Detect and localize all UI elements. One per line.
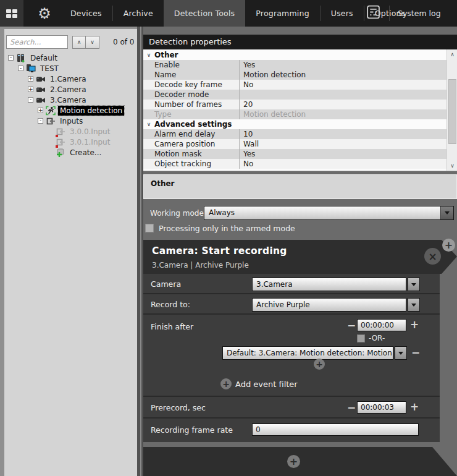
property-name: Type (143, 109, 239, 119)
property-value[interactable]: Yes (239, 149, 447, 159)
add-action-button[interactable]: + (287, 455, 300, 468)
property-value[interactable]: No (239, 80, 447, 90)
scrollbar-thumb[interactable] (448, 79, 456, 144)
chevron-down-icon[interactable]: ∨ (143, 119, 154, 129)
add-action-block-button[interactable]: + (442, 239, 455, 252)
property-row-decode-key-frame[interactable]: Decode key frameNo (143, 80, 447, 90)
property-name: Motion mask (143, 149, 239, 159)
property-row-decoder-mode[interactable]: Decoder mode (143, 90, 447, 100)
tree-item-inputs[interactable]: -Inputs (6, 116, 135, 126)
property-row-object-tracking[interactable]: Object trackingNo (143, 159, 447, 169)
property-value[interactable]: Motion detection (239, 70, 447, 80)
frame-rate-input[interactable]: 0 (252, 423, 419, 436)
property-value[interactable]: Wall (239, 139, 447, 149)
property-value[interactable]: 20 (239, 100, 447, 109)
tree-item-3-camera[interactable]: -3.Camera (6, 95, 135, 105)
property-row-camera-position[interactable]: Camera positionWall (143, 139, 447, 149)
property-group-advanced-settings[interactable]: ∨Advanced settings (143, 119, 447, 129)
finish-after-time-field[interactable]: 00:00:00 (357, 319, 406, 331)
search-next-button[interactable]: ∨ (86, 36, 99, 49)
record-to-row: Record to: Archive Purple (143, 294, 440, 315)
close-icon[interactable]: × (424, 248, 441, 265)
property-row-enable[interactable]: EnableYes (143, 60, 447, 70)
property-row-number-of-frames[interactable]: Number of frames20 (143, 100, 447, 109)
tree-item-3-0-1-input[interactable]: 3.0.1.Input (6, 137, 135, 147)
tree-item-3-0-0-input[interactable]: 3.0.0.Input (6, 126, 135, 137)
event-filter-value[interactable]: Default: 3.Camera: Motion detection: Mot… (222, 346, 393, 360)
action-subtitle: 3.Camera | Archive Purple (152, 261, 249, 270)
tree-item-test[interactable]: -TEST (6, 63, 135, 74)
chevron-down-icon[interactable]: ∨ (143, 50, 154, 60)
tree-search-row: ∧ ∨ 0 of 0 (6, 35, 136, 49)
finish-after-increase-button[interactable]: + (410, 319, 419, 330)
grid-scrollbar[interactable]: ∧ ∨ (447, 49, 457, 171)
collapse-icon[interactable]: - (8, 55, 14, 61)
expand-icon[interactable]: + (28, 76, 33, 82)
window-grid-icon (6, 9, 17, 18)
collapse-icon[interactable]: - (18, 66, 23, 71)
tree-item-label: 2.Camera (48, 85, 88, 95)
scroll-down-icon[interactable]: ∨ (447, 161, 457, 171)
or-checkbox[interactable] (357, 334, 365, 342)
property-row-motion-mask[interactable]: Motion maskYes (143, 149, 447, 159)
panel-splitter[interactable] (137, 27, 143, 476)
collapse-icon[interactable]: - (28, 97, 33, 103)
prerecord-time-field[interactable]: 00:00:03 (357, 401, 406, 414)
input-icon (46, 116, 56, 126)
camera-icon (36, 74, 46, 84)
working-mode-dropdown-button[interactable] (440, 206, 453, 219)
property-name: Object tracking (143, 159, 239, 169)
search-input[interactable] (6, 35, 68, 49)
property-value[interactable]: No (239, 159, 447, 169)
property-row-type[interactable]: TypeMotion detection (143, 109, 447, 119)
app-menu-button[interactable] (0, 0, 23, 27)
property-description-box: Other (143, 174, 457, 199)
camera-select-value[interactable]: 3.Camera (252, 278, 406, 291)
tab-users[interactable]: Users (321, 0, 364, 27)
record-to-dropdown-button[interactable] (408, 298, 420, 312)
action-block-body: Camera 3.Camera Record to: Archive Purpl… (143, 274, 440, 442)
add-event-filter-icon[interactable]: + (220, 378, 232, 389)
device-tree: -Default-TEST+1.Camera+2.Camera-3.Camera… (6, 53, 135, 158)
tree-item-default[interactable]: -Default (6, 53, 135, 63)
property-name: Enable (143, 60, 239, 70)
scroll-up-icon[interactable]: ∧ (447, 49, 457, 59)
input-icon (56, 127, 65, 137)
gear-icon[interactable]: ⚙ (35, 0, 54, 27)
tree-item-1-camera[interactable]: +1.Camera (6, 74, 135, 84)
property-name: Decoder mode (143, 90, 239, 100)
finish-after-decrease-button[interactable]: − (347, 320, 356, 331)
system-log-button[interactable]: System log (366, 0, 441, 27)
prerecord-increase-button[interactable]: + (410, 401, 419, 412)
property-row-alarm-end-delay[interactable]: Alarm end delay10 (143, 129, 447, 139)
expand-icon[interactable]: + (38, 108, 43, 113)
tab-programming[interactable]: Programming (245, 0, 319, 27)
property-value[interactable]: 10 (239, 129, 447, 139)
event-filter-select: Default: 3.Camera: Motion detection: Mot… (222, 346, 407, 360)
working-mode-select[interactable]: Always (204, 206, 454, 220)
property-value[interactable]: Motion detection (239, 109, 447, 119)
tab-archive[interactable]: Archive (113, 0, 164, 27)
property-value[interactable]: Yes (239, 60, 447, 70)
prerecord-decrease-button[interactable]: − (347, 402, 356, 413)
armed-mode-checkbox[interactable] (145, 224, 154, 232)
property-group-other[interactable]: ∨Other (143, 50, 447, 60)
event-filter-dropdown-button[interactable] (395, 346, 407, 360)
expand-icon[interactable]: + (28, 87, 33, 92)
finish-after-label: Finish after (151, 322, 193, 331)
camera-dropdown-button[interactable] (408, 278, 420, 291)
record-to-select-value[interactable]: Archive Purple (252, 298, 406, 312)
add-condition-button[interactable]: + (314, 359, 325, 370)
collapse-icon[interactable]: - (38, 118, 43, 124)
tree-item-2-camera[interactable]: +2.Camera (6, 84, 135, 95)
property-row-name[interactable]: NameMotion detection (143, 70, 447, 80)
search-prev-button[interactable]: ∧ (72, 36, 86, 49)
tab-devices[interactable]: Devices (60, 0, 112, 27)
camera-label: Camera (151, 279, 181, 289)
tab-detection-tools[interactable]: Detection Tools (164, 0, 246, 27)
property-value[interactable] (239, 90, 447, 100)
tree-item-create[interactable]: Create... (6, 147, 135, 158)
add-event-filter-label[interactable]: Add event filter (235, 380, 298, 389)
remove-event-filter-button[interactable]: − (411, 347, 420, 358)
tree-item-motion-detection[interactable]: +Motion detection (6, 105, 135, 116)
